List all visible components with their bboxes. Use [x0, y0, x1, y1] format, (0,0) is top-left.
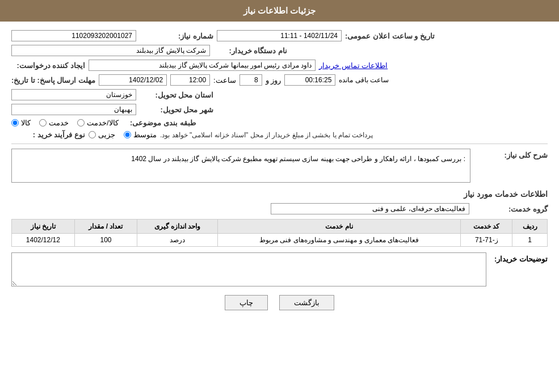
process-radio-group: متوسط جزیی — [89, 130, 157, 139]
id-input[interactable] — [11, 30, 136, 41]
niyaz-id-row: تاریخ و ساعت اعلان عمومی: شماره نیاز: — [11, 30, 548, 41]
creator-input[interactable] — [89, 60, 316, 71]
province-input[interactable] — [11, 89, 136, 100]
deadline-date-input[interactable] — [99, 74, 167, 86]
city-row: شهر محل تحویل: — [11, 104, 548, 115]
process-note: پرداخت تمام یا بخشی از مبلغ خریدار از مح… — [160, 131, 373, 139]
id-label: شماره نیاز: — [140, 32, 213, 40]
city-label: شهر محل تحویل: — [140, 106, 213, 114]
category-kala-khedmat-radio[interactable] — [77, 119, 85, 127]
creator-row: اطلاعات تماس خریدار ایجاد کننده درخواست: — [11, 60, 548, 71]
category-khedmat-radio[interactable] — [39, 119, 47, 127]
date-label: تاریخ و ساعت اعلان عمومی: — [345, 32, 435, 40]
buyer-desc-textarea[interactable] — [11, 252, 486, 286]
table-row: 1ز-71-71فعالیت‌های معماری و مهندسی و مشا… — [12, 234, 548, 247]
group-input[interactable] — [271, 203, 469, 214]
description-box: : بررسی کمبودها ، ارائه راهکار و طراحی ج… — [11, 149, 470, 183]
divider-1 — [11, 144, 548, 144]
deadline-label: مهلت ارسال پاسخ: تا تاریخ: — [11, 76, 95, 85]
process-row: پرداخت تمام یا بخشی از مبلغ خریدار از مح… — [11, 130, 548, 139]
day-label: روز و — [266, 76, 281, 85]
page-wrapper: جزئیات اطلاعات نیاز تاریخ و ساعت اعلان ع… — [0, 0, 559, 392]
group-row: گروه خدمت: — [11, 203, 548, 214]
col-date: تاریخ نیاز — [12, 220, 75, 234]
services-title: اطلاعات خدمات مورد نیاز — [11, 189, 548, 199]
cell-code: ز-71-71 — [461, 234, 512, 247]
remaining-time-input[interactable] — [284, 74, 335, 86]
category-kala-khedmat[interactable]: کالا/خدمت — [77, 119, 119, 127]
group-label: گروه خدمت: — [474, 205, 548, 213]
category-row: طبقه بندی موضوعی: کالا/خدمت خدمت کالا — [11, 119, 548, 127]
process-jozyi[interactable]: جزیی — [89, 130, 115, 139]
province-row: استان محل تحویل: — [11, 89, 548, 100]
category-khedmat-label: خدمت — [49, 119, 69, 127]
page-title: جزئیات اطلاعات نیاز — [243, 6, 316, 15]
cell-quantity: 100 — [74, 234, 137, 247]
description-text: : بررسی کمبودها ، ارائه راهکار و طراحی ج… — [131, 155, 465, 163]
category-kala-radio[interactable] — [11, 119, 19, 127]
services-table: ردیف کد خدمت نام خدمت واحد اندازه گیری ت… — [11, 219, 548, 247]
province-label: استان محل تحویل: — [140, 91, 213, 99]
col-unit: واحد اندازه گیری — [137, 220, 218, 234]
table-body: 1ز-71-71فعالیت‌های معماری و مهندسی و مشا… — [12, 234, 548, 247]
category-kala-khedmat-label: کالا/خدمت — [87, 119, 119, 127]
process-motavasset[interactable]: متوسط — [124, 130, 157, 139]
remaining-label: ساعت باقی مانده — [339, 76, 389, 84]
deadline-row: ساعت باقی مانده روز و ساعت: مهلت ارسال پ… — [11, 74, 548, 86]
category-kala[interactable]: کالا — [11, 119, 31, 127]
creator-label: ایجاد کننده درخواست: — [11, 61, 85, 70]
cell-row: 1 — [512, 234, 548, 247]
buttons-row: بازگشت چاپ — [11, 295, 548, 310]
col-qty: تعداد / مقدار — [74, 220, 137, 234]
buyer-desc-label: توضیحات خریدار: — [491, 252, 548, 263]
col-name: نام خدمت — [217, 220, 460, 234]
process-jozyi-radio[interactable] — [89, 131, 96, 138]
process-motavasset-radio[interactable] — [124, 131, 131, 138]
cell-date: 1402/12/12 — [12, 234, 75, 247]
page-header: جزئیات اطلاعات نیاز — [0, 0, 559, 22]
description-row: شرح کلی نیاز: : بررسی کمبودها ، ارائه را… — [11, 149, 548, 183]
cell-unit: درصد — [137, 234, 218, 247]
category-label: طبقه بندی موضوعی: — [122, 119, 196, 127]
category-radio-group: کالا/خدمت خدمت کالا — [11, 119, 119, 127]
back-button[interactable]: بازگشت — [279, 295, 334, 310]
col-code: کد خدمت — [461, 220, 512, 234]
cell-name: فعالیت‌های معماری و مهندسی و مشاوره‌های … — [217, 234, 460, 247]
time-input[interactable] — [170, 74, 210, 86]
buyer-desc-section: توضیحات خریدار: — [11, 252, 548, 286]
process-label: نوع فرآیند خرید : — [11, 130, 85, 139]
content-area: تاریخ و ساعت اعلان عمومی: شماره نیاز: نا… — [0, 22, 559, 327]
time-label: ساعت: — [213, 76, 236, 85]
description-label: شرح کلی نیاز: — [474, 149, 548, 159]
contact-link[interactable]: اطلاعات تماس خریدار — [319, 61, 388, 70]
col-row: ردیف — [512, 220, 548, 234]
table-header-row: ردیف کد خدمت نام خدمت واحد اندازه گیری ت… — [12, 220, 548, 234]
process-motavasset-label: متوسط — [133, 130, 157, 139]
table-header: ردیف کد خدمت نام خدمت واحد اندازه گیری ت… — [12, 220, 548, 234]
process-jozyi-label: جزیی — [98, 130, 115, 139]
category-kala-label: کالا — [21, 119, 31, 127]
print-button[interactable]: چاپ — [225, 295, 268, 310]
category-khedmat[interactable]: خدمت — [39, 119, 69, 127]
day-input[interactable] — [239, 74, 262, 86]
buyer-name-input[interactable] — [11, 45, 210, 56]
date-input[interactable] — [217, 30, 342, 41]
buyer-name-label: نام دستگاه خریدار: — [213, 47, 287, 55]
city-input[interactable] — [11, 104, 136, 115]
buyer-name-row: نام دستگاه خریدار: — [11, 45, 548, 56]
